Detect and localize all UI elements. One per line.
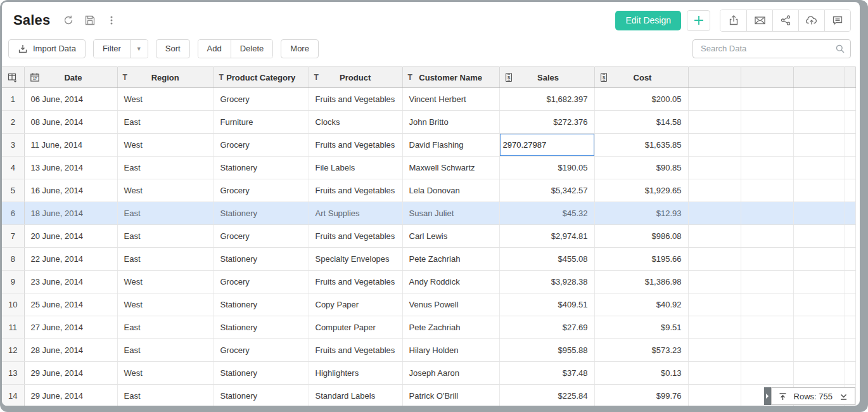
table-cell[interactable]: $200.05: [594, 88, 688, 111]
empty-cell[interactable]: [793, 111, 845, 134]
table-cell[interactable]: West: [117, 88, 214, 111]
cloud-upload-button[interactable]: [798, 10, 824, 31]
column-header-sales[interactable]: $ Sales: [499, 67, 594, 88]
delete-button[interactable]: Delete: [231, 40, 273, 58]
table-cell[interactable]: $40.92: [594, 293, 688, 316]
select-all-header-cell[interactable]: [2, 67, 24, 88]
empty-cell[interactable]: [688, 225, 741, 248]
table-cell[interactable]: $573.23: [594, 339, 688, 362]
table-cell[interactable]: 29 June, 2014: [24, 385, 117, 406]
table-cell[interactable]: Grocery: [214, 134, 309, 157]
empty-cell[interactable]: [688, 293, 741, 316]
row-number-cell[interactable]: 13: [2, 362, 24, 385]
cell-editor[interactable]: 2970.27987: [499, 134, 594, 157]
table-cell[interactable]: Stationery: [214, 385, 309, 406]
table-cell[interactable]: 25 June, 2014: [24, 293, 117, 316]
empty-cell[interactable]: [688, 316, 741, 339]
table-cell[interactable]: $3,928.38: [499, 271, 594, 293]
table-cell[interactable]: East: [117, 157, 214, 179]
search-input[interactable]: [692, 39, 851, 58]
table-cell[interactable]: $2,974.81: [499, 225, 594, 248]
table-cell[interactable]: 28 June, 2014: [24, 339, 117, 362]
table-cell[interactable]: East: [117, 202, 214, 225]
table-cell[interactable]: Fruits and Vegetables: [309, 271, 402, 293]
table-cell[interactable]: Grocery: [214, 179, 309, 202]
empty-cell[interactable]: [845, 111, 855, 134]
table-cell[interactable]: 18 June, 2014: [24, 202, 117, 225]
table-cell[interactable]: Computer Paper: [309, 316, 402, 339]
export-button[interactable]: [720, 10, 746, 31]
row-number-cell[interactable]: 10: [2, 293, 24, 316]
empty-cell[interactable]: [793, 202, 845, 225]
empty-cell[interactable]: [741, 134, 793, 157]
table-cell[interactable]: Pete Zachriah: [402, 248, 499, 271]
table-cell[interactable]: John Britto: [402, 111, 499, 134]
table-cell[interactable]: $27.69: [499, 316, 594, 339]
table-cell[interactable]: Grocery: [214, 271, 309, 293]
scroll-to-bottom-icon[interactable]: [839, 392, 848, 401]
table-cell[interactable]: 23 June, 2014: [24, 271, 117, 293]
table-cell[interactable]: $14.58: [594, 111, 688, 134]
table-cell[interactable]: Pete Zachriah: [402, 316, 499, 339]
empty-cell[interactable]: [688, 202, 741, 225]
table-cell[interactable]: Vincent Herbert: [402, 88, 499, 111]
empty-cell[interactable]: [741, 339, 793, 362]
table-cell[interactable]: 16 June, 2014: [24, 179, 117, 202]
table-cell[interactable]: Fruits and Vegetables: [309, 134, 402, 157]
table-cell[interactable]: $455.08: [499, 248, 594, 271]
table-cell[interactable]: Stationery: [214, 316, 309, 339]
empty-cell[interactable]: [793, 271, 845, 293]
kebab-menu-icon[interactable]: [105, 14, 118, 27]
table-cell[interactable]: 2970.27987: [499, 134, 594, 157]
empty-cell[interactable]: [845, 293, 855, 316]
table-cell[interactable]: 27 June, 2014: [24, 316, 117, 339]
row-number-cell[interactable]: 11: [2, 316, 24, 339]
column-header-product-category[interactable]: T Product Category: [214, 67, 309, 88]
table-cell[interactable]: $37.48: [499, 362, 594, 385]
table-cell[interactable]: Stationery: [214, 293, 309, 316]
table-cell[interactable]: $195.66: [594, 248, 688, 271]
table-cell[interactable]: Standard Labels: [309, 385, 402, 406]
table-cell[interactable]: Susan Juliet: [402, 202, 499, 225]
empty-cell[interactable]: [845, 339, 855, 362]
table-cell[interactable]: West: [117, 179, 214, 202]
table-cell[interactable]: Carl Lewis: [402, 225, 499, 248]
table-cell[interactable]: 08 June, 2014: [24, 111, 117, 134]
empty-cell[interactable]: [688, 271, 741, 293]
table-cell[interactable]: East: [117, 225, 214, 248]
table-cell[interactable]: 11 June, 2014: [24, 134, 117, 157]
empty-cell[interactable]: [688, 362, 741, 385]
table-cell[interactable]: $986.08: [594, 225, 688, 248]
table-cell[interactable]: Stationery: [214, 202, 309, 225]
table-cell[interactable]: Stationery: [214, 157, 309, 179]
table-cell[interactable]: $12.93: [594, 202, 688, 225]
table-cell[interactable]: $409.51: [499, 293, 594, 316]
table-cell[interactable]: Stationery: [214, 362, 309, 385]
table-cell[interactable]: 20 June, 2014: [24, 225, 117, 248]
table-cell[interactable]: Copy Paper: [309, 293, 402, 316]
table-cell[interactable]: $1,386.98: [594, 271, 688, 293]
table-cell[interactable]: Lela Donovan: [402, 179, 499, 202]
table-cell[interactable]: $90.85: [594, 157, 688, 179]
empty-cell[interactable]: [845, 248, 855, 271]
empty-cell[interactable]: [688, 339, 741, 362]
table-cell[interactable]: Fruits and Vegetables: [309, 179, 402, 202]
empty-cell[interactable]: [793, 225, 845, 248]
table-cell[interactable]: $190.05: [499, 157, 594, 179]
table-cell[interactable]: $5,342.57: [499, 179, 594, 202]
row-number-cell[interactable]: 3: [2, 134, 24, 157]
empty-cell[interactable]: [793, 339, 845, 362]
empty-column-header[interactable]: [845, 67, 855, 88]
table-cell[interactable]: West: [117, 134, 214, 157]
empty-column-header[interactable]: [688, 67, 741, 88]
more-button[interactable]: More: [281, 39, 319, 58]
empty-cell[interactable]: [845, 88, 855, 111]
table-cell[interactable]: $1,929.65: [594, 179, 688, 202]
table-cell[interactable]: Furniture: [214, 111, 309, 134]
empty-cell[interactable]: [845, 134, 855, 157]
empty-cell[interactable]: [688, 157, 741, 179]
table-cell[interactable]: 13 June, 2014: [24, 157, 117, 179]
empty-cell[interactable]: [741, 362, 793, 385]
column-header-date[interactable]: 17 Date: [24, 67, 117, 88]
table-cell[interactable]: Clocks: [309, 111, 402, 134]
